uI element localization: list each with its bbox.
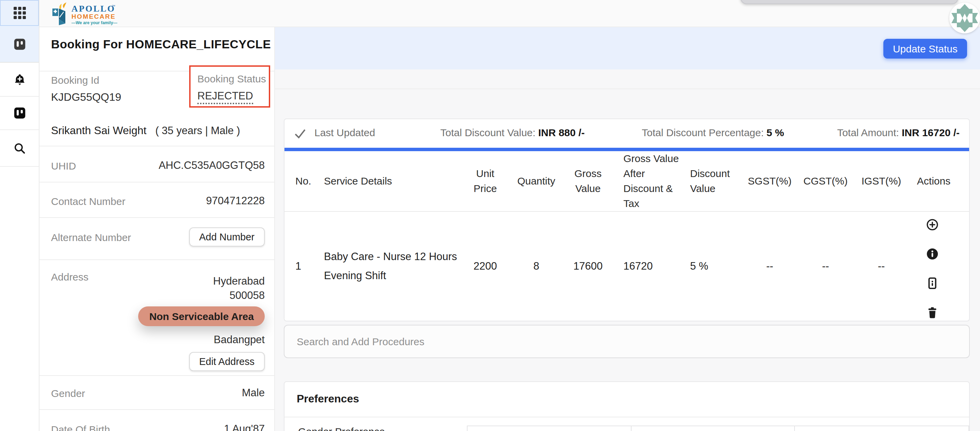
- cell-no: 1: [285, 260, 318, 272]
- total-discount-percentage: Total Discount Percentage:5 %: [642, 127, 784, 138]
- alternate-number-label: Alternate Number: [51, 231, 131, 243]
- preferences-title: Preferences: [297, 393, 359, 405]
- cell-unit-price: 2200: [461, 260, 509, 272]
- accent-bar: [285, 148, 969, 151]
- col-header-discount-value: Discount Value: [682, 166, 742, 196]
- contact-row: Contact Number 9704712228: [51, 189, 265, 212]
- top-bar: APOLLO ™ HOMECARE —We are your family—: [40, 0, 980, 27]
- col-header-service-details: Service Details: [318, 174, 461, 188]
- page-title: Booking For HOMECARE_LIFECYCLE: [51, 37, 271, 52]
- address-pincode: 500058: [230, 288, 265, 302]
- logo-tm: ™: [111, 4, 115, 8]
- sidebar-item-board[interactable]: [0, 97, 39, 130]
- uhid-value: AHC.C535A0GGTQ58: [159, 159, 265, 172]
- add-number-button[interactable]: Add Number: [189, 227, 265, 246]
- booking-status-value[interactable]: REJECTED: [197, 90, 253, 104]
- preference-option-cell[interactable]: [794, 426, 969, 431]
- apps-grid-icon: [13, 7, 25, 19]
- sidebar-item-notifications[interactable]: [0, 63, 39, 97]
- kanban-board-icon: [13, 107, 25, 119]
- patient-age-gender: ( 35 years | Male ): [155, 125, 240, 137]
- uhid-label: UHID: [51, 160, 76, 171]
- logo-sub-wordmark: HOMECARE: [72, 13, 116, 20]
- preference-option-cell[interactable]: [468, 426, 631, 431]
- cell-actions: [909, 212, 969, 319]
- non-serviceable-badge: Non Serviceable Area: [138, 306, 265, 326]
- address-area: Badangpet: [214, 332, 265, 346]
- gender-label: Gender: [51, 387, 85, 399]
- services-table-header: No. Service Details Unit Price Quantity …: [285, 151, 969, 212]
- dob-row: Date Of Birth 1 Aug'87: [51, 417, 265, 431]
- col-header-gross-value-after: Gross Value After Discount & Tax: [612, 151, 682, 211]
- last-updated-label: Last Updated: [314, 127, 375, 138]
- total-discount-pct-label: Total Discount Percentage:: [642, 127, 764, 138]
- cell-cgst: --: [798, 260, 853, 272]
- notification-add-icon: [13, 73, 25, 85]
- logo-tagline: —We are your family—: [72, 21, 118, 25]
- col-header-igst: IGST(%): [853, 174, 909, 188]
- patient-name: Srikanth Sai Weight: [51, 125, 146, 137]
- delete-icon[interactable]: [926, 306, 939, 319]
- edit-address-button[interactable]: Edit Address: [189, 352, 265, 371]
- divider: [40, 409, 274, 410]
- check-icon: [294, 127, 306, 140]
- action-band: Update Status: [275, 27, 980, 69]
- cell-service-details: Baby Care - Nurse 12 Hours Evening Shift: [318, 247, 461, 285]
- address-block: Hyderabad 500058 Non Serviceable Area Ba…: [138, 274, 265, 371]
- total-amount: Total Amount:INR 16720 /-: [837, 127, 959, 138]
- total-amount-label: Total Amount:: [837, 127, 899, 138]
- alternate-number-row: Alternate Number Add Number: [51, 225, 265, 249]
- total-amount-amount: INR 16720 /-: [902, 127, 959, 138]
- add-service-icon[interactable]: [926, 219, 939, 231]
- col-header-quantity: Quantity: [509, 174, 563, 188]
- divider: [40, 182, 274, 182]
- dob-value: 1 Aug'87: [224, 423, 265, 431]
- services-card: Last Updated Total Discount Value:INR 88…: [284, 118, 970, 321]
- billing-summary-row: Last Updated Total Discount Value:INR 88…: [285, 119, 969, 148]
- divider: [40, 259, 274, 260]
- address-city: Hyderabad: [213, 274, 265, 288]
- uhid-row: UHID AHC.C535A0GGTQ58: [51, 154, 265, 177]
- gender-row: Gender Male: [51, 381, 265, 404]
- cell-sgst: --: [742, 260, 798, 272]
- gender-preference-label: Gender Preference: [298, 426, 385, 431]
- cell-igst: --: [853, 260, 909, 272]
- dialog-edge: [740, 0, 958, 4]
- col-header-gross-value: Gross Value: [563, 166, 612, 196]
- booking-id-value: KJDG55QQ19: [51, 91, 121, 104]
- sidebar-item-board-active[interactable]: [0, 26, 39, 63]
- sidebar-item-search[interactable]: [0, 130, 39, 167]
- cell-quantity: 8: [509, 260, 563, 272]
- update-status-button[interactable]: Update Status: [883, 39, 967, 59]
- search-icon: [13, 142, 25, 154]
- dob-label: Date Of Birth: [51, 423, 110, 431]
- divider: [40, 146, 274, 146]
- divider: [40, 217, 274, 218]
- col-header-no: No.: [285, 174, 318, 188]
- device-info-icon[interactable]: [926, 277, 939, 289]
- apps-grid-button[interactable]: [0, 0, 39, 26]
- procedures-search-input[interactable]: [285, 336, 969, 347]
- info-icon[interactable]: [926, 248, 939, 260]
- col-header-actions: Actions: [909, 174, 969, 188]
- icon-rail: [0, 0, 40, 431]
- service-name: Baby Care - Nurse 12 Hours: [324, 247, 459, 266]
- user-avatar[interactable]: [950, 3, 980, 34]
- col-header-sgst: SGST(%): [742, 174, 798, 188]
- booking-id-label: Booking Id: [51, 74, 99, 86]
- cell-gross-value-after: 16720: [612, 260, 682, 272]
- procedures-search-box: [284, 325, 970, 358]
- total-discount-value: Total Discount Value:INR 880 /-: [440, 127, 585, 138]
- divider: [285, 417, 969, 417]
- booking-details-panel: Booking For HOMECARE_LIFECYCLE Booking I…: [40, 27, 275, 431]
- cell-discount-value: 5 %: [682, 260, 742, 272]
- preference-option-cell[interactable]: [631, 426, 794, 431]
- app-root: APOLLO ™ HOMECARE —We are your family—: [0, 0, 980, 431]
- divider: [275, 88, 980, 89]
- col-header-cgst: CGST(%): [798, 174, 853, 188]
- total-discount-value-label: Total Discount Value:: [440, 127, 536, 138]
- address-label: Address: [51, 271, 89, 283]
- gender-preference-options: [467, 426, 969, 431]
- patient-summary: Srikanth Sai Weight ( 35 years | Male ): [51, 125, 240, 137]
- total-discount-pct-amount: 5 %: [767, 127, 784, 138]
